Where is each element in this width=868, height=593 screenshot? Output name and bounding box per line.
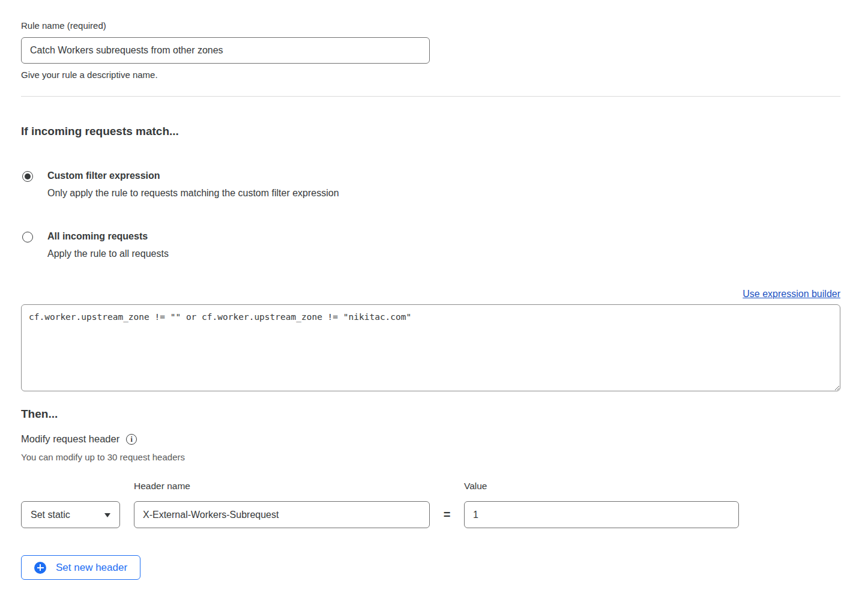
header-name-label: Header name <box>134 481 430 492</box>
custom-filter-label: Custom filter expression <box>47 170 339 181</box>
set-new-header-label: Set new header <box>56 562 127 574</box>
operation-select[interactable]: Set static <box>21 501 120 528</box>
header-rule-grid: Header name Value Set static = <box>21 481 840 528</box>
rule-editor-page: Rule name (required) Give your rule a de… <box>0 0 868 580</box>
header-name-input[interactable] <box>134 501 430 528</box>
expression-builder-row: Use expression builder <box>21 289 840 300</box>
rule-name-label: Rule name (required) <box>21 20 840 31</box>
custom-filter-radio[interactable] <box>22 171 33 182</box>
expression-editor-textarea[interactable]: cf.worker.upstream_zone != "" or cf.work… <box>21 304 840 391</box>
match-section-heading: If incoming requests match... <box>21 125 840 138</box>
info-icon[interactable]: i <box>126 434 137 445</box>
equals-sign: = <box>430 501 464 528</box>
custom-filter-description: Only apply the rule to requests matching… <box>47 187 339 199</box>
grid-spacer <box>21 481 134 501</box>
radio-option-text: All incoming requests Apply the rule to … <box>47 231 169 259</box>
radio-option-text: Custom filter expression Only apply the … <box>47 170 339 199</box>
then-section-heading: Then... <box>21 408 840 421</box>
radio-option-custom-filter: Custom filter expression Only apply the … <box>21 170 840 199</box>
rule-name-helper: Give your rule a descriptive name. <box>21 70 840 80</box>
modify-header-helper: You can modify up to 30 request headers <box>21 452 840 462</box>
operation-select-cell: Set static <box>21 501 134 528</box>
modify-header-action-row: Modify request header i <box>21 433 840 445</box>
value-label: Value <box>464 481 739 492</box>
use-expression-builder-link[interactable]: Use expression builder <box>743 289 840 300</box>
header-value-input[interactable] <box>464 501 739 528</box>
chevron-down-icon <box>104 513 110 517</box>
set-new-header-button[interactable]: Set new header <box>21 555 140 580</box>
modify-request-header-label: Modify request header <box>21 433 119 445</box>
section-divider <box>21 96 840 97</box>
all-requests-label: All incoming requests <box>47 231 169 242</box>
all-requests-description: Apply the rule to all requests <box>47 248 169 259</box>
grid-spacer <box>430 481 464 501</box>
rule-name-input[interactable] <box>21 37 430 64</box>
operation-select-value: Set static <box>31 510 70 520</box>
all-requests-radio[interactable] <box>22 232 33 242</box>
radio-option-all-requests: All incoming requests Apply the rule to … <box>21 231 840 259</box>
plus-icon <box>34 562 46 574</box>
